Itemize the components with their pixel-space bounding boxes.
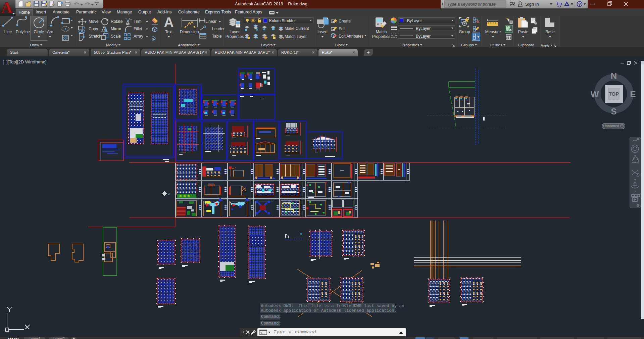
svg-text:?: ?	[578, 2, 581, 7]
svg-text:N: N	[611, 71, 617, 81]
svg-text:Sign In: Sign In	[525, 2, 539, 7]
svg-text:U: U	[168, 192, 170, 195]
svg-text:TOP: TOP	[609, 91, 619, 97]
svg-text:E: E	[630, 89, 636, 99]
svg-text:Unnamed: Unnamed	[603, 124, 619, 128]
svg-text:W: W	[591, 89, 599, 99]
svg-text:A: A	[1, 0, 12, 16]
svg-text:S: S	[611, 106, 616, 116]
svg-text:[−][Top][2D Wireframe]: [−][Top][2D Wireframe]	[3, 59, 46, 64]
svg-text:Type a keyword or phrase: Type a keyword or phrase	[447, 2, 496, 7]
